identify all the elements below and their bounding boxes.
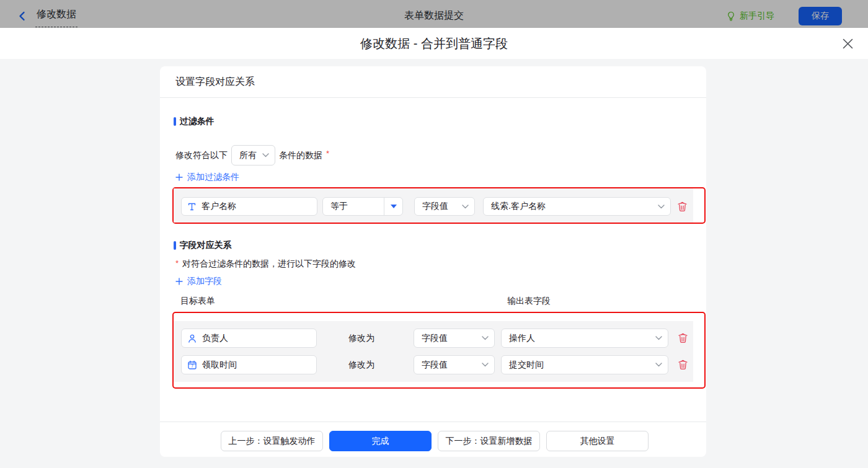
next-step-button[interactable]: 下一步：设置新增数据 (438, 431, 540, 451)
value-type-select[interactable]: 字段值 (414, 355, 495, 374)
add-field-button[interactable]: 添加字段 (175, 276, 222, 287)
caret-down-icon (391, 205, 397, 208)
operator-value: 等于 (323, 201, 384, 212)
mapping-desc-text: 对符合过滤条件的数据，进行以下字段的修改 (182, 258, 356, 270)
section-title-bar (174, 117, 176, 126)
target-field-input[interactable]: 负责人 (181, 329, 317, 348)
target-field-input[interactable]: 7 领取时间 (181, 355, 317, 374)
plus-icon (175, 174, 183, 181)
required-mark: * (175, 258, 179, 268)
section-title-label: 过滤条件 (180, 116, 215, 127)
topbar: 修改数据 表单数据提交 新手引导 保存 (0, 0, 868, 28)
filter-field-value: 客户名称 (202, 201, 236, 212)
trash-icon (678, 360, 688, 370)
footer-divider (160, 422, 706, 422)
output-field-value: 操作人 (502, 333, 655, 344)
match-suffix-label: 条件的数据 (279, 150, 322, 161)
add-link-label: 添加过滤条件 (187, 172, 239, 183)
modal-title: 修改数据 - 合并到普通字段 (360, 35, 508, 52)
close-icon (843, 38, 853, 49)
delete-filter-button[interactable] (677, 201, 688, 212)
chevron-down-icon (482, 336, 489, 340)
delete-mapping-button[interactable] (678, 333, 688, 343)
column-header-output-field: 输出表字段 (507, 296, 551, 307)
filter-value-select[interactable]: 线索.客户名称 (483, 197, 671, 216)
target-field-value: 领取时间 (202, 360, 237, 371)
add-filter-button[interactable]: 添加过滤条件 (175, 172, 239, 183)
section-title-label: 字段对应关系 (180, 240, 232, 251)
modal-header: 修改数据 - 合并到普通字段 (0, 28, 868, 59)
chevron-down-icon (655, 363, 662, 367)
filter-field-input[interactable]: 客户名称 (181, 197, 317, 216)
match-mode-select[interactable]: 所有 (231, 145, 275, 166)
chevron-down-icon (482, 363, 489, 367)
settings-card: 设置字段对应关系 过滤条件 修改符合以下 所有 条件的数据 * (160, 66, 706, 457)
match-prefix-label: 修改符合以下 (175, 150, 228, 161)
chevron-down-icon (462, 205, 469, 209)
card-title: 设置字段对应关系 (160, 66, 706, 98)
operator-select[interactable]: 等于 (322, 197, 403, 216)
close-button[interactable] (842, 38, 853, 49)
section-title-bar (174, 241, 176, 250)
chevron-down-icon (262, 153, 269, 157)
calendar-icon: 7 (187, 360, 197, 370)
prev-step-button[interactable]: 上一步：设置触发动作 (221, 431, 323, 451)
modify-label: 修改为 (348, 333, 374, 344)
value-type-select[interactable]: 字段值 (414, 197, 475, 216)
operator-caret-button[interactable] (384, 198, 402, 215)
required-mark: * (326, 149, 329, 158)
delete-mapping-button[interactable] (678, 360, 688, 370)
filter-section-title: 过滤条件 (174, 116, 693, 127)
output-field-value: 提交时间 (502, 360, 655, 371)
trash-icon (677, 201, 688, 212)
output-field-select[interactable]: 操作人 (501, 329, 668, 348)
column-header-target-form: 目标表单 (180, 296, 215, 307)
add-link-label: 添加字段 (187, 276, 222, 287)
mapping-rows-highlight: 负责人 修改为 字段值 操作人 (172, 312, 706, 389)
value-type-value: 字段值 (414, 333, 482, 344)
modal-backdrop (0, 0, 868, 28)
mapping-section-title: 字段对应关系 (174, 240, 693, 251)
mapping-row: 7 领取时间 修改为 字段值 提交时间 (181, 355, 693, 374)
other-settings-button[interactable]: 其他设置 (546, 431, 649, 451)
modal-body: 设置字段对应关系 过滤条件 修改符合以下 所有 条件的数据 * (0, 59, 868, 468)
value-type-select[interactable]: 字段值 (414, 329, 495, 348)
chevron-down-icon (658, 205, 665, 209)
mapping-desc: * 对符合过滤条件的数据，进行以下字段的修改 (175, 258, 693, 270)
filter-value: 线索.客户名称 (484, 201, 658, 212)
text-field-icon (187, 202, 197, 211)
svg-text:7: 7 (191, 364, 193, 368)
filter-row-highlight: 客户名称 等于 字段值 线索.客户名称 (172, 187, 706, 224)
chevron-down-icon (655, 336, 662, 340)
target-field-value: 负责人 (202, 333, 228, 344)
plus-icon (175, 278, 183, 285)
modify-label: 修改为 (348, 360, 374, 371)
done-button[interactable]: 完成 (329, 431, 432, 451)
output-field-select[interactable]: 提交时间 (501, 355, 668, 374)
value-type-value: 字段值 (414, 360, 482, 371)
mapping-row: 负责人 修改为 字段值 操作人 (181, 329, 693, 348)
person-icon (187, 333, 197, 343)
value-type-value: 字段值 (415, 201, 462, 212)
match-mode-value: 所有 (239, 150, 257, 161)
trash-icon (678, 333, 688, 343)
